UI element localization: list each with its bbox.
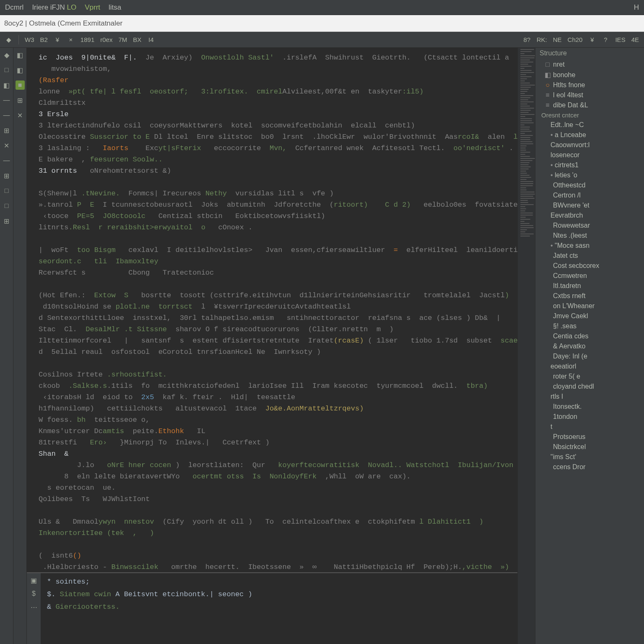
outline-item[interactable]: Eevratbrch	[535, 210, 644, 221]
outline-item[interactable]: eoeatiorl	[535, 361, 644, 371]
outline-item[interactable]: Jmve Caekl	[535, 311, 644, 321]
outline-item[interactable]: Caoownvort:l	[535, 140, 644, 150]
outline-item[interactable]: §! .seas	[535, 321, 644, 331]
gutter-icon[interactable]: ✕	[2, 141, 11, 150]
editor-area: ic Joes 9|0nite& F|. Je Arxiey) Onwostlo…	[27, 48, 517, 644]
toolbar-button[interactable]: 4E	[629, 34, 641, 45]
breadcrumb-bar: 8ocy2 | Ostmela (Cmem Exmitatnaler	[0, 15, 644, 32]
outline-item[interactable]: a Lnceabe	[535, 130, 644, 140]
left-gutter-b: ◧◧■⊞✕	[13, 48, 27, 644]
outline-item[interactable]: & Aervatko	[535, 341, 644, 351]
outline-item[interactable]: t	[535, 422, 644, 432]
menu-item[interactable]: Vprrt	[85, 3, 100, 12]
outline-item[interactable]: Oresnt cntcer	[535, 110, 644, 120]
toolbar-button[interactable]: ×	[65, 34, 77, 45]
gutter-icon[interactable]: ◧	[16, 50, 25, 60]
gutter-icon[interactable]: —	[2, 156, 11, 165]
workspace: ◆□◧——⊞✕—⊞□□⊞ ◧◧■⊞✕ ic Joes 9|0nite& F|. …	[0, 48, 644, 644]
outline-item[interactable]: cloyand chedl	[535, 382, 644, 392]
console-panel: ▣ $ ⋯ * sointes;$. Siatnem cwin A Beitsv…	[27, 573, 517, 644]
console-icon[interactable]: $	[29, 589, 39, 598]
toolbar-button[interactable]: RK:	[534, 34, 550, 45]
gutter-icon[interactable]: □	[2, 65, 11, 75]
outline-item[interactable]: Certron /l	[535, 190, 644, 200]
outline-item[interactable]: 1tondon	[535, 412, 644, 422]
outline-item[interactable]: Daye: Inl (e	[535, 351, 644, 361]
gutter-icon[interactable]: ⊞	[2, 216, 11, 226]
gutter-icon[interactable]: □	[2, 186, 11, 195]
outline-item[interactable]: "Moce sasn	[535, 241, 644, 251]
outline-item[interactable]: ≡dibe Dat &L	[535, 100, 644, 110]
outline-item[interactable]: Rowewetsar	[535, 221, 644, 231]
gutter-icon[interactable]: ■	[16, 80, 25, 90]
outline-item[interactable]: Ntes .(leest	[535, 231, 644, 241]
outline-item[interactable]: ccens Dror	[535, 462, 644, 472]
outline-item[interactable]: Nbsictrkcel	[535, 442, 644, 452]
outline-item[interactable]: Edt..lne ~C	[535, 120, 644, 130]
menu-bar: Dcmrl Iriere iFJN LO Vprrt litsa H	[0, 0, 644, 15]
code-editor[interactable]: ic Joes 9|0nite& F|. Je Arxiey) Onwostlo…	[27, 48, 517, 572]
gutter-icon[interactable]: ✕	[16, 111, 25, 120]
outline-list: □nret◧bonohe○Htlts fnone≡l eol 4ltest≡di…	[535, 60, 644, 472]
outline-header: Structure	[535, 48, 644, 60]
gutter-icon[interactable]: ⊞	[2, 126, 11, 135]
toolbar-button[interactable]: ?	[599, 34, 612, 45]
toolbar-button[interactable]: ¥	[51, 34, 64, 45]
toolbar-button[interactable]: 1891	[78, 34, 97, 45]
gutter-icon[interactable]: —	[2, 96, 11, 105]
console-gutter: ▣ $ ⋯	[27, 573, 41, 644]
outline-item[interactable]: ◧bonohe	[535, 70, 644, 80]
outline-item[interactable]: Centia cdes	[535, 331, 644, 341]
menu-item[interactable]: litsa	[109, 3, 121, 12]
console-icon[interactable]: ▣	[29, 576, 39, 585]
outline-item[interactable]: roter 5( e	[535, 371, 644, 382]
toolbar-button[interactable]: BX	[130, 34, 144, 45]
outline-item[interactable]: □nret	[535, 60, 644, 70]
outline-item[interactable]: leties 'o	[535, 170, 644, 180]
outline-item[interactable]: rtls I	[535, 392, 644, 402]
console-icon[interactable]: ⋯	[29, 602, 39, 612]
outline-item[interactable]: Cxtbs rneft	[535, 291, 644, 301]
toolbar-button[interactable]: 7M	[116, 34, 130, 45]
outline-item[interactable]: ≡l eol 4ltest	[535, 90, 644, 100]
toolbar-button[interactable]: W3	[22, 34, 37, 45]
outline-item[interactable]: BWvnere 'et	[535, 200, 644, 210]
toolbar-button[interactable]: NE	[551, 34, 564, 45]
outline-item[interactable]: on L'Wheaner	[535, 301, 644, 311]
left-gutter-a: ◆□◧——⊞✕—⊞□□⊞	[0, 48, 13, 644]
outline-item[interactable]: Jatet cts	[535, 251, 644, 261]
gutter-icon[interactable]: —	[2, 111, 11, 120]
gutter-icon[interactable]: □	[2, 201, 11, 210]
menu-item[interactable]: Iriere iFJN LO	[32, 3, 76, 12]
gutter-icon[interactable]: ⊞	[16, 96, 25, 105]
gutter-icon[interactable]: ◧	[2, 80, 11, 90]
toolbar-marker-icon[interactable]: ◆	[3, 34, 15, 45]
outline-item[interactable]: Cost secbcorex	[535, 261, 644, 271]
toolbar: ◆ W3B2¥×1891r0ex7MBXI4 8?RK:NECh20¥?IES4…	[0, 32, 644, 48]
outline-item[interactable]: Ccmwetren	[535, 271, 644, 281]
outline-item[interactable]: cirtrets1	[535, 160, 644, 170]
toolbar-button[interactable]: IES	[613, 34, 628, 45]
outline-item[interactable]: Ottheestcd	[535, 180, 644, 190]
menu-right[interactable]: H	[634, 3, 639, 12]
gutter-icon[interactable]: ⊞	[2, 171, 11, 180]
toolbar-button[interactable]: I4	[145, 34, 157, 45]
outline-item[interactable]: Itl.tadretn	[535, 281, 644, 291]
outline-item[interactable]: Protsoerus	[535, 432, 644, 442]
outline-item[interactable]: losenecor	[535, 150, 644, 160]
gutter-icon[interactable]: ◧	[16, 65, 25, 75]
toolbar-button[interactable]: Ch20	[565, 34, 585, 45]
gutter-icon[interactable]: ◆	[2, 50, 11, 60]
console-output[interactable]: * sointes;$. Siatnem cwin A Beitsvnt etc…	[41, 573, 517, 644]
outline-item[interactable]: ○Htlts fnone	[535, 80, 644, 90]
toolbar-button[interactable]: r0ex	[98, 34, 115, 45]
outline-item[interactable]: "ims Sct'	[535, 452, 644, 462]
toolbar-button[interactable]: B2	[38, 34, 50, 45]
toolbar-button[interactable]: ¥	[586, 34, 598, 45]
outline-panel: Structure □nret◧bonohe○Htlts fnone≡l eol…	[535, 48, 644, 644]
minimap[interactable]	[517, 48, 535, 644]
outline-item[interactable]: Itonsectk.	[535, 402, 644, 412]
menu-item[interactable]: Dcmrl	[5, 3, 23, 12]
toolbar-button[interactable]: 8?	[521, 34, 533, 45]
breadcrumb[interactable]: 8ocy2 | Ostmela (Cmem Exmitatnaler	[4, 19, 122, 28]
